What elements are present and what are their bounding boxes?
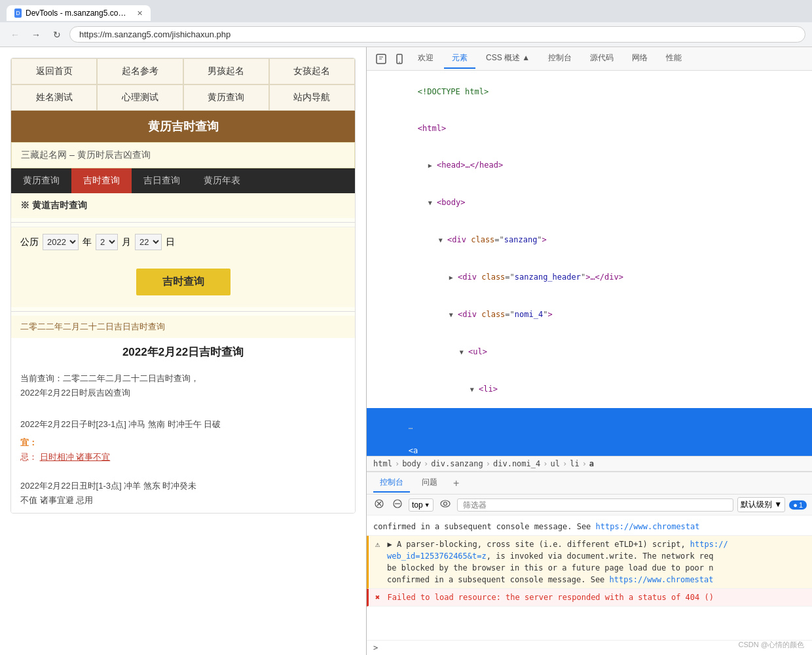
bc-div-nomi4[interactable]: div.nomi_4 — [493, 459, 540, 468]
year-select[interactable]: 2022 — [43, 234, 79, 250]
svg-point-8 — [441, 500, 450, 507]
section-title: ※ 黄道吉时查询 — [11, 193, 355, 218]
webpage-tabs: 黄历查询 吉时查询 吉日查询 黄历年表 — [11, 168, 355, 193]
dt-tab-sources[interactable]: 源代码 — [582, 48, 621, 69]
webpage-nav-top: 返回首页 起名参考 男孩起名 女孩起名 姓名测试 心理测试 黄历查询 站内导航 — [11, 58, 355, 111]
nav-item-6[interactable]: 心理测试 — [97, 84, 183, 111]
reload-button[interactable]: ↻ — [48, 26, 65, 43]
nav-item-5[interactable]: 姓名测试 — [11, 84, 97, 111]
url-text: https://m.sanzang5.com/jishichaxun.php — [79, 29, 231, 39]
bc-html[interactable]: html — [373, 459, 392, 468]
bc-div-sanzang[interactable]: div.sanzang — [431, 459, 483, 468]
nav-item-8[interactable]: 站内导航 — [269, 84, 355, 111]
yi-label: 宜： — [11, 437, 355, 451]
bc-body[interactable]: body — [402, 459, 421, 468]
dt-tab-performance[interactable]: 性能 — [658, 48, 690, 69]
console-tab-console[interactable]: 控制台 — [373, 474, 410, 493]
tab-jiri[interactable]: 吉日查询 — [132, 168, 192, 193]
console-filter-input[interactable] — [457, 498, 733, 512]
time2-section: 2022年2月22日丑时[1-3点] 冲羊 煞东 时冲癸未 不值 诸事宜避 忌用 — [11, 474, 355, 513]
webpage-panel: 返回首页 起名参考 男孩起名 女孩起名 姓名测试 心理测试 黄历查询 站内导航 … — [0, 47, 367, 655]
dt-tab-network[interactable]: 网络 — [624, 48, 655, 69]
year-label: 年 — [83, 236, 92, 248]
result-breadcrumb: 二零二二年二月二十二日吉日吉时查询 — [11, 316, 355, 338]
time1-section: 2022年2月22日子时[23-1点] 冲马 煞南 时冲壬午 日破 — [11, 412, 355, 437]
devtools-mobile-btn[interactable] — [392, 51, 407, 67]
tab-jishi[interactable]: 吉时查询 — [71, 168, 132, 193]
console-section: 控制台 问题 + top ▼ 默 — [367, 472, 812, 655]
console-msg-3-error: ✖ Failed to load resource: the server re… — [367, 589, 812, 607]
console-top-select[interactable]: top ▼ — [409, 498, 434, 512]
ji-link[interactable]: 日时相冲 诸事不宜 — [40, 452, 111, 462]
console-level-select[interactable]: 默认级别 ▼ — [737, 497, 785, 512]
main-area: 返回首页 起名参考 男孩起名 女孩起名 姓名测试 心理测试 黄历查询 站内导航 … — [0, 47, 812, 655]
console-msg-2-warning: ⚠ ▶ A parser-blocking, cross site (i.e. … — [367, 536, 812, 589]
devtools-inspect-btn[interactable] — [373, 51, 389, 67]
prompt-arrow: > — [373, 643, 378, 652]
devtools-breadcrumb: html › body › div.sanzang › div.nomi_4 ›… — [367, 456, 812, 472]
day-label: 日 — [166, 236, 175, 248]
back-button[interactable]: ← — [7, 26, 24, 43]
form-row: 公历 2022 年 2 月 22 日 — [11, 227, 355, 257]
nav-item-2[interactable]: 起名参考 — [97, 58, 183, 84]
query-button[interactable]: 吉时查询 — [136, 269, 231, 295]
tab-favicon: D — [14, 9, 22, 18]
tab-huangli[interactable]: 黄历查询 — [11, 168, 71, 193]
console-msg-1-link[interactable]: https://www.chromestat — [596, 522, 700, 531]
dt-tab-welcome[interactable]: 欢迎 — [410, 48, 441, 69]
dt-line-nomi4[interactable]: <div class="nomi_4"> — [367, 296, 812, 333]
console-block-btn[interactable] — [390, 498, 405, 512]
dt-line-selected[interactable]: … <a href="jirichaxun.php">黄历查询</a> == $… — [367, 408, 812, 456]
svg-point-2 — [399, 62, 400, 63]
bc-ul[interactable]: ul — [550, 459, 559, 468]
address-bar[interactable]: https://m.sanzang5.com/jishichaxun.php — [69, 26, 805, 43]
devtools-panel: 欢迎 元素 CSS 概述 ▲ 控制台 源代码 网络 性能 <!DOCTYPE h… — [367, 47, 812, 655]
dt-line-div-sanzang[interactable]: <div class="sanzang"> — [367, 221, 812, 259]
console-badge: ● 1 — [789, 500, 807, 510]
browser-tab[interactable]: D DevTools - m.sanzang5.com/jishichaxun.… — [7, 5, 151, 21]
forward-button[interactable]: → — [28, 26, 45, 43]
dt-line-body[interactable]: <body> — [367, 184, 812, 221]
console-msg-2-link2[interactable]: web_id=1253762465&t=z — [387, 552, 487, 561]
result-heading: 2022年2月22日吉时查询 — [11, 338, 355, 366]
nav-item-1[interactable]: 返回首页 — [11, 58, 97, 84]
console-msg-2-link1[interactable]: https:// — [690, 540, 728, 549]
tab-close-btn[interactable]: ✕ — [137, 9, 143, 18]
dt-line-head[interactable]: <head>…</head> — [367, 147, 812, 184]
tab-title: DevTools - m.sanzang5.com/jishichaxun.ph… — [26, 9, 130, 18]
tab-nianbiao[interactable]: 黄历年表 — [192, 168, 252, 193]
result-desc: 当前查询：二零二二年二月二十二日吉时查询， 2022年2月22日时辰吉凶查询 — [11, 366, 355, 405]
nav-item-4[interactable]: 女孩起名 — [269, 58, 355, 84]
dt-tab-css[interactable]: CSS 概述 ▲ — [478, 48, 538, 69]
dt-tab-elements[interactable]: 元素 — [444, 48, 475, 69]
webpage-subtitle: 三藏起名网 – 黄历时辰吉凶查询 — [11, 142, 355, 168]
dt-line-ul[interactable]: <ul> — [367, 333, 812, 371]
elements-panel: <!DOCTYPE html> <html> <head>…</head> <b… — [367, 71, 812, 456]
month-select[interactable]: 2 — [96, 234, 118, 250]
console-msg-2-link3[interactable]: https://www.chromestat — [610, 575, 714, 584]
console-tab-issues[interactable]: 问题 — [415, 474, 444, 493]
devtools-toolbar: 欢迎 元素 CSS 概述 ▲ 控制台 源代码 网络 性能 — [367, 47, 812, 71]
nav-item-7[interactable]: 黄历查询 — [183, 84, 269, 111]
form-label: 公历 — [20, 236, 39, 248]
console-eye-btn[interactable] — [437, 498, 453, 511]
console-toolbar: top ▼ 默认级别 ▼ ● 1 — [367, 495, 812, 515]
console-add-tab-btn[interactable]: + — [449, 476, 463, 491]
console-tabs: 控制台 问题 + — [367, 472, 812, 495]
console-msg-1: confirmed in a subsequent console messag… — [367, 518, 812, 536]
browser-toolbar: ← → ↻ https://m.sanzang5.com/jishichaxun… — [0, 22, 812, 47]
console-messages: confirmed in a subsequent console messag… — [367, 515, 812, 640]
dt-tab-console[interactable]: 控制台 — [540, 48, 580, 69]
console-clear-btn[interactable] — [372, 498, 386, 512]
dt-line-sanzang-header[interactable]: <div class="sanzang_header">…</div> — [367, 259, 812, 296]
webpage-title: 黄历吉时查询 — [11, 111, 355, 142]
bc-a[interactable]: a — [589, 459, 594, 468]
dt-line-li[interactable]: <li> — [367, 371, 812, 408]
bc-li[interactable]: li — [570, 459, 579, 468]
webpage-content: 返回首页 起名参考 男孩起名 女孩起名 姓名测试 心理测试 黄历查询 站内导航 … — [10, 58, 356, 514]
month-label: 月 — [122, 236, 131, 248]
nav-item-3[interactable]: 男孩起名 — [183, 58, 269, 84]
browser-titlebar: D DevTools - m.sanzang5.com/jishichaxun.… — [0, 0, 812, 22]
dt-line-html: <html> — [367, 110, 812, 147]
day-select[interactable]: 22 — [135, 234, 162, 250]
